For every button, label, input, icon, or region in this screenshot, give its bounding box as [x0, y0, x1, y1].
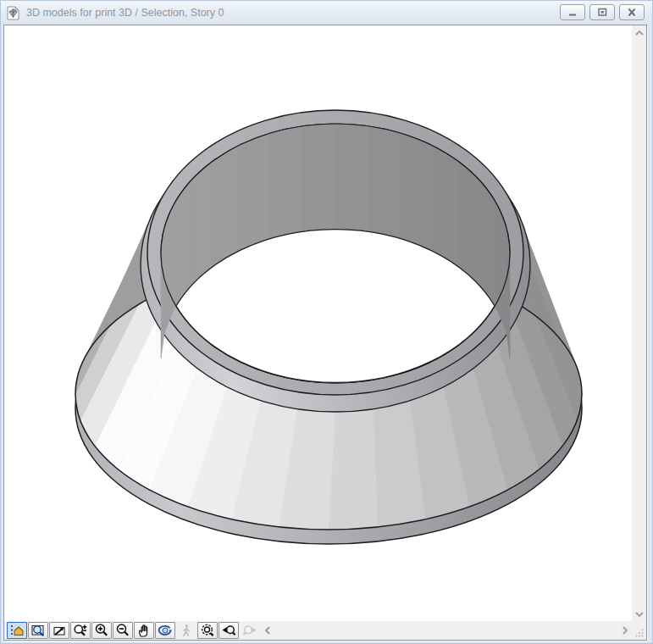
scroll-down-button[interactable]: [632, 607, 646, 621]
increase-decrease-zoom-icon: [73, 623, 88, 638]
horizontal-scrollbar[interactable]: [260, 621, 632, 640]
zoom-out-icon: [115, 623, 130, 638]
orbit-icon: [158, 623, 173, 638]
previous-zoom-icon: [221, 623, 236, 638]
fit-in-window-icon: [30, 623, 46, 638]
resize-grip[interactable]: [632, 621, 646, 640]
fit-in-window-button[interactable]: [28, 622, 48, 639]
application-window: 3D models for print 3D / Selection, Stor…: [0, 0, 653, 644]
3d-viewport[interactable]: [4, 25, 632, 621]
zoom-out-button[interactable]: [113, 622, 133, 639]
window-controls: [560, 4, 645, 20]
3d-document-icon: [6, 6, 20, 20]
zoom-area-icon: [52, 623, 67, 638]
minimize-icon: [567, 8, 578, 17]
restore-icon: [597, 8, 607, 17]
next-zoom-button: [240, 622, 260, 639]
display-options-button[interactable]: [7, 622, 27, 639]
minimize-button[interactable]: [560, 4, 585, 20]
chevron-up-icon: [635, 31, 644, 36]
chevron-left-icon: [265, 626, 270, 635]
close-button[interactable]: [619, 4, 645, 20]
close-icon: [627, 8, 637, 17]
window-title: 3D models for print 3D / Selection, Stor…: [26, 7, 224, 19]
scroll-right-button[interactable]: [617, 621, 632, 640]
client-area: [3, 25, 647, 641]
pan-icon: [136, 623, 152, 638]
3d-model-flange: [4, 25, 632, 621]
pan-button[interactable]: [134, 622, 154, 639]
vertical-scrollbar[interactable]: [632, 25, 646, 621]
explore-button: [176, 622, 196, 639]
scroll-up-button[interactable]: [632, 25, 646, 40]
zoom-in-button[interactable]: [91, 622, 112, 639]
scroll-left-button[interactable]: [260, 621, 274, 640]
zoom-in-icon: [94, 623, 109, 638]
zoom-area-button[interactable]: [49, 622, 69, 639]
title-bar[interactable]: 3D models for print 3D / Selection, Stor…: [1, 1, 652, 25]
display-options-icon: [9, 623, 25, 638]
increase-decrease-zoom-button[interactable]: [70, 622, 91, 639]
chevron-right-icon: [623, 626, 628, 635]
orbit-button[interactable]: [155, 622, 175, 639]
resize-grip-icon: [635, 629, 644, 637]
previous-zoom-button[interactable]: [219, 622, 239, 639]
bottom-bar: [4, 621, 646, 640]
chevron-down-icon: [635, 612, 644, 617]
zoom-to-selection-button[interactable]: [197, 622, 218, 639]
restore-button[interactable]: [589, 4, 615, 20]
explore-icon: [179, 623, 194, 638]
navigation-toolbar: [4, 622, 260, 639]
next-zoom-icon: [242, 623, 257, 638]
zoom-to-selection-icon: [200, 623, 215, 638]
